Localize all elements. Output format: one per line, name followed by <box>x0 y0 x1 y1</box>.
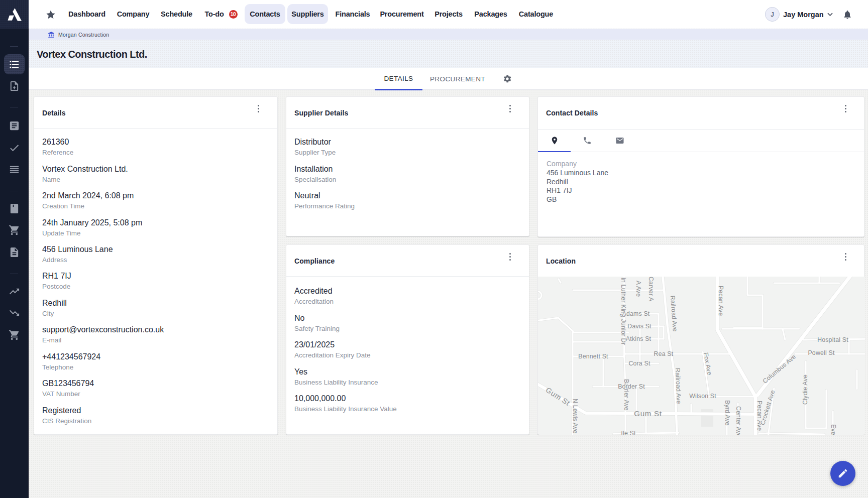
svg-text:Border St: Border St <box>618 383 645 390</box>
svg-text:Carver A: Carver A <box>647 277 655 302</box>
svg-text:N Lewis Ave: N Lewis Ave <box>572 399 579 434</box>
svg-text:Davis St: Davis St <box>627 323 652 330</box>
svg-text:Center Ave: Center Ave <box>735 406 742 435</box>
svg-text:Clydie Ave: Clydie Ave <box>802 375 809 405</box>
svg-text:Powell St: Powell St <box>808 349 834 356</box>
svg-text:A Ave: A Ave <box>635 281 642 297</box>
svg-text:Gum St: Gum St <box>634 409 662 418</box>
svg-text:Pecan Ave: Pecan Ave <box>717 286 724 316</box>
svg-text:Atkins St: Atkins St <box>626 335 652 342</box>
svg-text:Bennett St: Bennett St <box>578 353 608 360</box>
svg-text:Railroad Ave: Railroad Ave <box>674 368 683 404</box>
svg-text:Hospital St: Hospital St <box>817 336 848 343</box>
svg-text:Adams St: Adams St <box>622 310 650 317</box>
svg-text:Wilson St: Wilson St <box>689 393 716 400</box>
svg-text:Evergre: Evergre <box>830 424 837 435</box>
svg-text:tle St: tle St <box>621 430 636 435</box>
svg-text:Rea St: Rea St <box>654 350 674 357</box>
svg-text:Cora St: Cora St <box>628 360 650 367</box>
svg-text:Byrd Ave: Byrd Ave <box>724 400 731 426</box>
